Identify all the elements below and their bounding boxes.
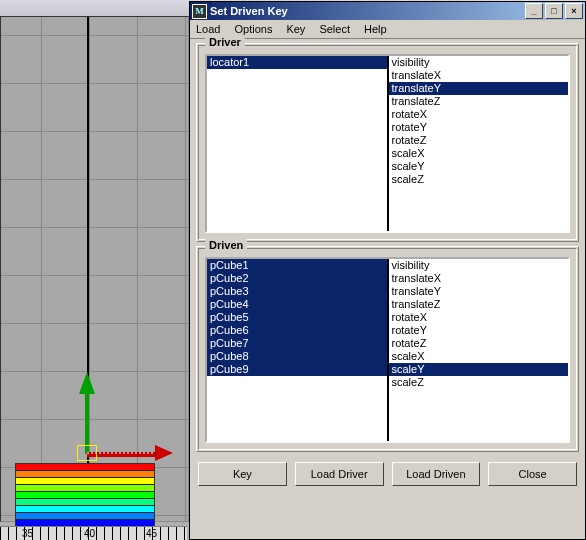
app-icon[interactable]: M (192, 4, 207, 19)
ruler-tick-label: 40 (84, 528, 95, 539)
driven-object-list[interactable]: pCube1pCube2pCube3pCube4pCube5pCube6pCub… (207, 259, 387, 441)
manipulator-y-arrow-icon[interactable] (79, 372, 95, 394)
driven-attr-list[interactable]: visibilitytranslateXtranslateYtranslateZ… (389, 259, 569, 441)
driver-attr-row[interactable]: translateZ (389, 95, 569, 108)
driven-attr-row[interactable]: translateX (389, 272, 569, 285)
cube-row[interactable] (16, 492, 154, 499)
driver-object-list[interactable]: locator1 (207, 56, 387, 231)
driver-attr-row[interactable]: scaleX (389, 147, 569, 160)
driven-attr-row[interactable]: rotateY (389, 324, 569, 337)
driven-object-row[interactable]: pCube7 (207, 337, 387, 350)
cube-row[interactable] (16, 471, 154, 478)
menu-load[interactable]: Load (196, 23, 220, 35)
set-driven-key-dialog: M Set Driven Key _ □ × LoadOptionsKeySel… (189, 1, 586, 540)
driver-attr-row[interactable]: rotateX (389, 108, 569, 121)
dialog-button-row: Key Load Driver Load Driven Close (190, 456, 585, 488)
maximize-button[interactable]: □ (545, 3, 563, 19)
driver-attr-list[interactable]: visibilitytranslateXtranslateYtranslateZ… (389, 56, 569, 231)
close-button[interactable]: Close (488, 462, 577, 486)
driven-attr-row[interactable]: translateY (389, 285, 569, 298)
driver-object-row[interactable]: locator1 (207, 56, 387, 69)
driver-attr-row[interactable]: rotateZ (389, 134, 569, 147)
driven-attr-row[interactable]: translateZ (389, 298, 569, 311)
manipulator-center-icon[interactable] (77, 445, 97, 461)
driver-attr-row[interactable]: rotateY (389, 121, 569, 134)
app-background: front 354045 M Set Driven Key _ □ × Load… (0, 0, 586, 540)
load-driven-button[interactable]: Load Driven (392, 462, 481, 486)
time-ruler[interactable]: 354045 (0, 526, 187, 540)
cube-row[interactable] (16, 506, 154, 513)
cube-row[interactable] (16, 478, 154, 485)
driven-object-row[interactable]: pCube5 (207, 311, 387, 324)
driven-object-row[interactable]: pCube3 (207, 285, 387, 298)
manipulator-x-arrow-icon[interactable] (155, 445, 173, 461)
driven-attr-row[interactable]: scaleZ (389, 376, 569, 389)
driven-attr-row[interactable]: visibility (389, 259, 569, 272)
menu-help[interactable]: Help (364, 23, 387, 35)
driven-object-row[interactable]: pCube1 (207, 259, 387, 272)
viewport-front[interactable]: front (0, 16, 189, 522)
cube-stack[interactable] (15, 463, 155, 527)
ruler-tick-label: 45 (146, 528, 157, 539)
driver-attr-row[interactable]: visibility (389, 56, 569, 69)
cube-row[interactable] (16, 499, 154, 506)
menu-select[interactable]: Select (319, 23, 350, 35)
driven-object-row[interactable]: pCube9 (207, 363, 387, 376)
driven-attr-row[interactable]: rotateZ (389, 337, 569, 350)
window-title: Set Driven Key (210, 5, 288, 17)
driven-legend: Driven (205, 239, 247, 251)
driver-legend: Driver (205, 36, 245, 48)
driven-object-row[interactable]: pCube6 (207, 324, 387, 337)
driver-attr-row[interactable]: scaleY (389, 160, 569, 173)
driven-object-row[interactable]: pCube8 (207, 350, 387, 363)
menu-options[interactable]: Options (234, 23, 272, 35)
ruler-tick-label: 35 (22, 528, 33, 539)
cube-row[interactable] (16, 485, 154, 492)
driven-group: Driven pCube1pCube2pCube3pCube4pCube5pCu… (196, 246, 579, 452)
manipulator-x-dotted (87, 452, 157, 454)
driven-attr-row[interactable]: rotateX (389, 311, 569, 324)
titlebar[interactable]: M Set Driven Key _ □ × (190, 2, 585, 20)
driver-attr-row[interactable]: translateX (389, 69, 569, 82)
driven-object-row[interactable]: pCube4 (207, 298, 387, 311)
cube-row[interactable] (16, 464, 154, 471)
driven-attr-row[interactable]: scaleY (389, 363, 569, 376)
driven-object-row[interactable]: pCube2 (207, 272, 387, 285)
menu-key[interactable]: Key (286, 23, 305, 35)
cube-row[interactable] (16, 513, 154, 520)
driver-attr-row[interactable]: scaleZ (389, 173, 569, 186)
driven-attr-row[interactable]: scaleX (389, 350, 569, 363)
close-window-button[interactable]: × (565, 3, 583, 19)
load-driver-button[interactable]: Load Driver (295, 462, 384, 486)
menubar: LoadOptionsKeySelectHelp (190, 20, 585, 39)
driver-attr-row[interactable]: translateY (389, 82, 569, 95)
minimize-button[interactable]: _ (525, 3, 543, 19)
key-button[interactable]: Key (198, 462, 287, 486)
driver-group: Driver locator1 visibilitytranslateXtran… (196, 43, 579, 242)
